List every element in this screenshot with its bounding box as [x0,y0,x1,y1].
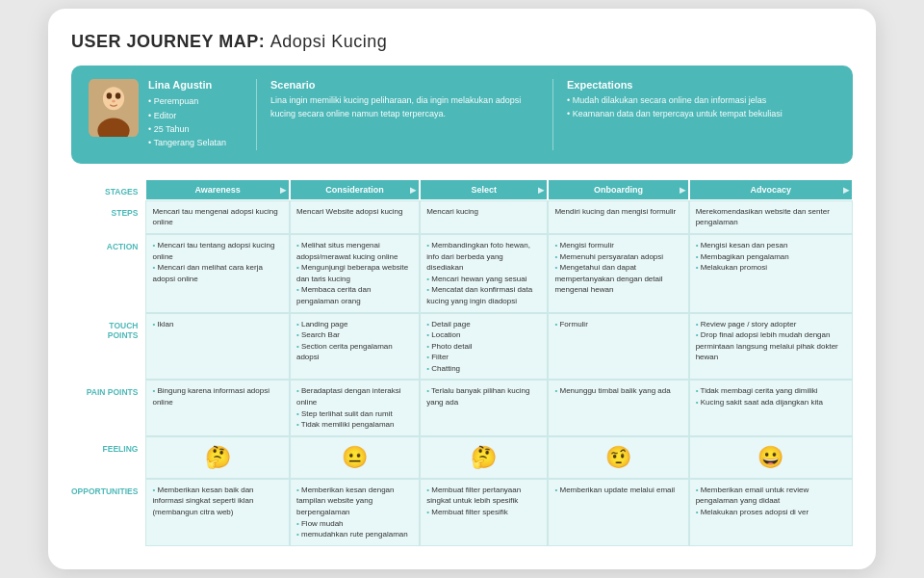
step-awareness: Mencari tau mengenai adopsi kucing onlin… [145,200,290,234]
svg-point-5 [112,100,116,103]
opportunities-label: OPPORTUNITIES [71,479,145,546]
stages-row: STAGES Awareness Consideration Select On… [71,179,853,200]
svg-point-3 [107,92,113,98]
step-consideration: Mencari Website adopsi kucing [290,200,420,234]
feeling-row: FEELING 🤔 😐 🤔 🤨 😀 [71,436,853,479]
title-prefix: USER JOURNEY MAP: [71,32,265,51]
touchpoints-label: TOUCHPOINTS [71,313,145,381]
action-label: ACTION [71,234,145,313]
tp-select: Detail pageLocationPhoto detailFilterCha… [420,313,548,381]
divider-persona-scenario [256,79,257,150]
painpoints-row: PAIN POINTS Bingung karena informasi ado… [71,380,853,435]
opp-awareness: Memberikan kesan baik dan informasi sing… [145,479,290,546]
opp-onboarding: Memberikan update melalui email [548,479,688,546]
expectations-box: Expectations • Mudah dilakukan secara on… [567,79,835,120]
stage-awareness: Awareness [145,179,290,200]
svg-point-4 [116,92,121,98]
feeling-onboarding: 🤨 [548,436,688,479]
feeling-consideration: 😐 [290,436,420,479]
persona-name: Lina Agustin [148,79,226,91]
pp-advocacy: Tidak membagi cerita yang dimilikiKucing… [689,380,853,435]
stage-advocacy: Advocacy [689,179,853,200]
tp-consideration: Landing pageSearch BarSection cerita pen… [290,313,420,381]
steps-label: STEPS [71,200,145,234]
divider-scenario-expectations [552,79,553,150]
opp-consideration: Memberikan kesan dengan tampilan website… [290,479,420,546]
stage-select: Select [420,179,548,200]
scenario-text: Lina ingin memiliki kucing peliharaan, d… [270,94,539,120]
persona-details: • Perempuan • Editor • 25 Tahun • Tanger… [148,94,226,150]
avatar [89,79,139,137]
page-title: USER JOURNEY MAP: Adopsi Kucing [71,32,853,52]
pp-consideration: Beradaptasi dengan interaksi onlineStep … [290,380,420,435]
pp-select: Terlalu banyak pilihan kucing yang ada [420,380,548,435]
stage-consideration: Consideration [290,179,420,200]
feeling-select: 🤔 [420,436,548,479]
action-awareness: Mencari tau tentang adopsi kucing online… [145,234,290,313]
journey-table: STAGES Awareness Consideration Select On… [71,179,853,546]
persona-box: Lina Agustin • Perempuan • Editor • 25 T… [89,79,243,150]
tp-advocacy: Review page / story adopterDrop final ad… [689,313,853,381]
action-select: Membandingkan foto hewan, info dari berb… [420,234,548,313]
stages-label: STAGES [71,179,145,200]
steps-row: STEPS Mencari tau mengenai adopsi kucing… [71,200,853,234]
stage-onboarding: Onboarding [548,179,688,200]
pp-onboarding: Menunggu timbal balik yang ada [548,380,688,435]
main-card: USER JOURNEY MAP: Adopsi Kucing Lina Agu… [48,9,876,569]
tp-onboarding: Formulir [548,313,688,381]
header-section: Lina Agustin • Perempuan • Editor • 25 T… [71,66,853,164]
step-onboarding: Mendiri kucing dan mengisi formulir [548,200,688,234]
step-advocacy: Merekomendasikan website dan senter peng… [689,200,853,234]
feeling-advocacy: 😀 [689,436,853,479]
painpoints-label: PAIN POINTS [71,380,145,435]
expectations-title: Expectations [567,79,835,91]
step-select: Mencari kucing [420,200,548,234]
action-row: ACTION Mencari tau tentang adopsi kucing… [71,234,853,313]
pp-awareness: Bingung karena informasi adopsi online [145,380,290,435]
action-advocacy: Mengisi kesan dan pesanMembagikan pengal… [689,234,853,313]
scenario-title: Scenario [270,79,539,91]
action-consideration: Melihat situs mengenai adopsi/merawat ku… [290,234,420,313]
touchpoints-row: TOUCHPOINTS Iklan Landing pageSearch Bar… [71,313,853,381]
feeling-label: FEELING [71,436,145,479]
expectations-text: • Mudah dilakukan secara online dan info… [567,94,835,120]
persona-info: Lina Agustin • Perempuan • Editor • 25 T… [148,79,226,150]
tp-awareness: Iklan [145,313,290,381]
opportunities-row: OPPORTUNITIES Memberikan kesan baik dan … [71,479,853,546]
action-onboarding: Mengisi formulirMemenuhi persyaratan ado… [548,234,688,313]
feeling-awareness: 🤔 [145,436,290,479]
opp-select: Membuat filter pertanyaan singkat untuk … [420,479,548,546]
title-subtitle: Adopsi Kucing [270,32,388,51]
scenario-box: Scenario Lina ingin memiliki kucing peli… [270,79,539,120]
opp-advocacy: Memberikan email untuk review pengalaman… [689,479,853,546]
